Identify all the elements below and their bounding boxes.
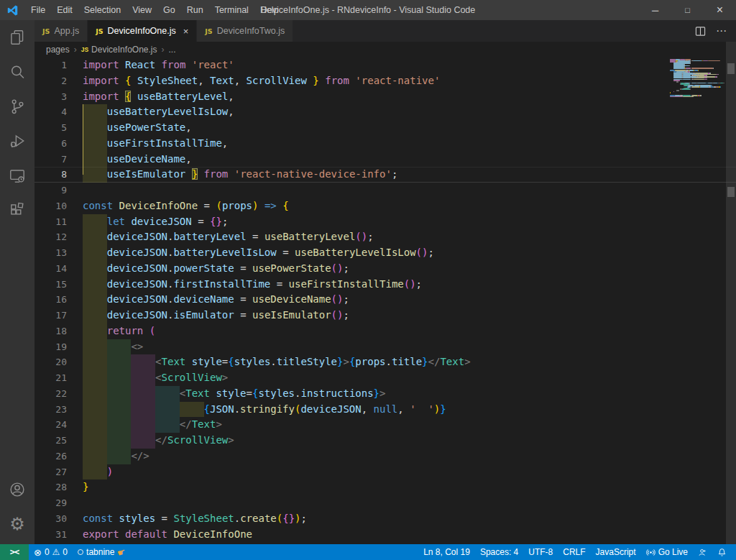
code-line[interactable]: 22<Text style={styles.instructions}> <box>34 386 736 402</box>
breadcrumb-item[interactable]: pages <box>46 45 70 55</box>
person-icon <box>698 548 707 557</box>
token: const <box>83 513 119 524</box>
code-line[interactable]: 16deviceJSON.deviceName = useDeviceName(… <box>34 292 736 308</box>
activitybar-explorer[interactable] <box>0 20 34 55</box>
breadcrumb-item[interactable]: ... <box>169 45 176 55</box>
code-line[interactable]: 4useBatteryLevelIsLow, <box>34 104 736 120</box>
code-content: deviceJSON.firstInstallTime = useFirstIn… <box>83 277 422 293</box>
indent-guide <box>107 354 132 370</box>
code-line[interactable]: 7useDeviceName, <box>34 152 736 167</box>
vertical-scrollbar[interactable] <box>726 42 736 544</box>
minimize-button[interactable]: ─ <box>639 0 671 20</box>
token: props <box>355 356 385 367</box>
code-line[interactable]: 29 <box>34 495 736 511</box>
breadcrumb-item[interactable]: JSDeviceInfoOne.js <box>81 45 157 55</box>
tabnine-status[interactable]: tabnine ☛ <box>73 544 131 560</box>
statusbar-cursor-position[interactable]: Ln 8, Col 19 <box>418 544 475 560</box>
code-line[interactable]: 24</Text> <box>34 417 736 433</box>
tab-app-js[interactable]: JSApp.js <box>34 20 88 42</box>
menu-go[interactable]: Go <box>157 0 181 20</box>
activitybar-remote-explorer[interactable] <box>0 158 34 193</box>
code-line[interactable]: 20<Text style={styles.titleStyle}>{props… <box>34 354 736 370</box>
split-editor-icon[interactable] <box>695 26 706 37</box>
close-button[interactable]: × <box>704 0 736 20</box>
activitybar-search[interactable] <box>0 55 34 89</box>
token: </ <box>155 434 167 446</box>
code-line[interactable]: 3import { useBatteryLevel, <box>34 89 736 105</box>
code-line[interactable]: 11let deviceJSON = {}; <box>34 214 736 230</box>
code-line[interactable]: 27) <box>34 464 736 480</box>
menu-run[interactable]: Run <box>181 0 209 20</box>
line-number: 23 <box>34 402 83 418</box>
remote-indicator[interactable]: >< <box>0 544 29 560</box>
minimap-token <box>708 60 720 62</box>
indent-guide <box>155 417 180 433</box>
statusbar-language-mode[interactable]: JavaScript <box>591 544 641 560</box>
menu-selection[interactable]: Selection <box>78 0 126 20</box>
code-line[interactable]: 1import React from 'react' <box>34 58 736 73</box>
maximize-button[interactable]: □ <box>671 0 704 20</box>
activitybar-extensions[interactable] <box>0 193 34 227</box>
code-line[interactable]: 21<ScrollView> <box>34 370 736 386</box>
code-line[interactable]: 9 <box>34 183 736 198</box>
code-line[interactable]: 19<> <box>34 339 736 355</box>
code-line[interactable]: 13deviceJSON.batteryLevelIsLow = useBatt… <box>34 245 736 261</box>
code-content: deviceJSON.batteryLevelIsLow = useBatter… <box>83 245 434 261</box>
statusbar-go-live[interactable]: Go Live <box>641 544 693 560</box>
breadcrumb-label: pages <box>46 45 70 55</box>
code-line[interactable]: 12deviceJSON.batteryLevel = useBatteryLe… <box>34 229 736 245</box>
code-line[interactable]: 25</ScrollView> <box>34 433 736 449</box>
menu-file[interactable]: File <box>25 0 51 20</box>
activitybar-settings[interactable]: ⚙ <box>0 507 34 541</box>
statusbar-encoding[interactable]: UTF-8 <box>523 544 558 560</box>
activitybar-source-control[interactable] <box>0 89 34 124</box>
token: Text <box>185 387 210 399</box>
tab-close-icon[interactable]: × <box>183 26 189 37</box>
activitybar-run-and-debug[interactable] <box>0 124 34 158</box>
statusbar-notifications[interactable] <box>712 544 732 560</box>
code-content: let deviceJSON = {}; <box>83 214 228 230</box>
minimap[interactable] <box>670 59 726 145</box>
code-line[interactable]: 6useFirstInstallTime, <box>34 136 736 152</box>
token: import <box>83 59 125 70</box>
statusbar-feedback[interactable] <box>693 544 712 560</box>
menu-edit[interactable]: Edit <box>51 0 78 20</box>
code-line[interactable]: 23{JSON.stringify(deviceJSON, null, ' ')… <box>34 402 736 418</box>
menu-terminal[interactable]: Terminal <box>209 0 254 20</box>
code-line[interactable]: 5usePowerState, <box>34 120 736 136</box>
token: < <box>155 356 161 367</box>
code-line[interactable]: 18return ( <box>34 323 736 339</box>
code-line[interactable]: 14deviceJSON.powerState = usePowerState(… <box>34 261 736 277</box>
code-line[interactable]: 32 <box>34 542 736 544</box>
code-line[interactable]: 10const DeviceInfoOne = (props) => { <box>34 198 736 214</box>
code-line[interactable]: 17deviceJSON.isEmulator = useIsEmulator(… <box>34 308 736 323</box>
code-editor[interactable]: 1import React from 'react'2import { Styl… <box>34 58 736 544</box>
code-content: import { useBatteryLevel, <box>83 89 234 105</box>
more-actions-icon[interactable]: ⋯ <box>716 24 727 37</box>
indent-guide <box>107 417 132 433</box>
editor-group: JSApp.jsJSDeviceInfoOne.js×JSDeviceInfoT… <box>34 20 736 544</box>
tabnine-logo-icon <box>78 549 83 555</box>
code-line[interactable]: 30const styles = StyleSheet.create({}); <box>34 511 736 527</box>
code-line[interactable]: 8useIsEmulator } from 'react-native-devi… <box>34 167 736 183</box>
code-line[interactable]: 26</> <box>34 449 736 464</box>
token: ) <box>107 466 113 477</box>
tab-deviceinfoone-js[interactable]: JSDeviceInfoOne.js× <box>88 20 197 42</box>
token: useDeviceName <box>252 293 331 305</box>
activitybar-accounts[interactable] <box>0 472 34 507</box>
problems-indicator[interactable]: ⊗ 0 ⚠ 0 <box>29 544 73 560</box>
token: from <box>155 59 192 70</box>
tab-deviceinfotwo-js[interactable]: JSDeviceInfoTwo.js <box>197 20 293 42</box>
token: firstInstallTime <box>173 278 270 290</box>
token: ) <box>295 513 300 524</box>
menu-view[interactable]: View <box>126 0 157 20</box>
code-line[interactable]: 31export default DeviceInfoOne <box>34 527 736 543</box>
line-number: 6 <box>34 136 83 152</box>
statusbar-eol[interactable]: CRLF <box>558 544 590 560</box>
token: = <box>192 216 210 227</box>
code-line[interactable]: 28} <box>34 479 736 495</box>
statusbar-indentation[interactable]: Spaces: 4 <box>475 544 523 560</box>
token: usePowerState <box>252 262 331 274</box>
code-line[interactable]: 2import { StyleSheet, Text, ScrollView }… <box>34 73 736 89</box>
code-line[interactable]: 15deviceJSON.firstInstallTime = useFirst… <box>34 277 736 293</box>
